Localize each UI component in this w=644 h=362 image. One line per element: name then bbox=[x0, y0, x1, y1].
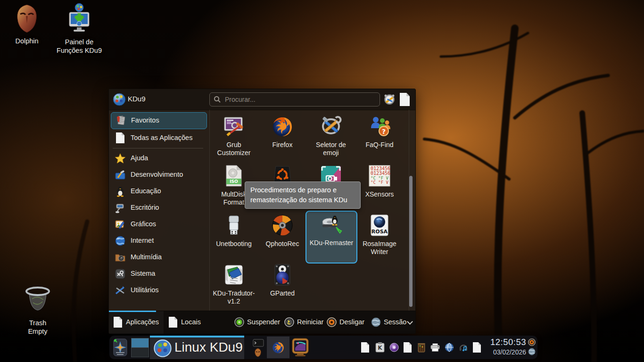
tab-locais[interactable]: Locais bbox=[169, 311, 206, 334]
app-tile-rosaimage-writer[interactable]: ROSA RosaImage Writer bbox=[356, 213, 403, 262]
app-tile-xsensors[interactable]: 0123456 0123456 °C °F V °C °F V XSensors bbox=[356, 163, 403, 212]
sidebar-item-multimidia[interactable]: Multimídia bbox=[111, 249, 206, 265]
app-label: Seletor de emoji bbox=[307, 141, 355, 157]
sidebar-item-internet[interactable]: Internet bbox=[111, 233, 206, 249]
alarm-tools-icon[interactable] bbox=[383, 93, 396, 106]
app-tile-grub-customizer[interactable]: Grub Customizer bbox=[210, 114, 257, 163]
desktop-icon-painel-kdu9[interactable]: Painel de Funções KDu9 bbox=[56, 3, 103, 55]
svg-text:?: ? bbox=[382, 128, 386, 135]
svg-text:K: K bbox=[378, 345, 382, 351]
dolphin-mask-icon bbox=[13, 4, 41, 33]
sidebar-item-label: Escritório bbox=[131, 204, 159, 211]
sidebar-separator bbox=[113, 148, 203, 148]
globe-icon bbox=[115, 235, 126, 247]
app-label: FaQ-Find bbox=[356, 141, 403, 149]
tv-media-icon[interactable] bbox=[291, 337, 309, 357]
active-task-indicator bbox=[150, 336, 244, 337]
tux-penguin-icon bbox=[115, 186, 126, 197]
sidebar-item-label: Multimídia bbox=[131, 253, 162, 261]
taskbar: Linux KDu9 K bbox=[109, 336, 537, 359]
shutdown-button[interactable]: Desligar bbox=[327, 311, 368, 334]
search-input[interactable] bbox=[224, 94, 377, 105]
gear-tools-icon bbox=[115, 268, 126, 280]
tab-aplicacoes[interactable]: Aplicações bbox=[114, 311, 164, 334]
pager-desktop-2[interactable] bbox=[131, 347, 149, 357]
headphones-music-icon[interactable] bbox=[459, 342, 468, 353]
sidebar-item-utilitarios[interactable]: Utilitários bbox=[111, 282, 206, 298]
app-tile-kdu-tradutor[interactable]: KDu-Tradutor-v1.2 bbox=[210, 262, 257, 311]
sidebar-item-escritorio[interactable]: Escritório bbox=[111, 200, 206, 216]
app-label: KDu-Tradutor-v1.2 bbox=[210, 289, 257, 305]
desktop-icon-dolphin[interactable]: Dolphin bbox=[6, 4, 48, 45]
session-globe-icon[interactable] bbox=[528, 348, 536, 355]
sidebar-item-label: Gráficos bbox=[131, 220, 156, 228]
hammer-wrench-icon bbox=[320, 115, 342, 138]
sidebar-item-label: Ajuda bbox=[131, 154, 148, 162]
sidebar-item-ajuda[interactable]: Ajuda bbox=[111, 150, 206, 166]
app-tile-seletor-de-emoji[interactable]: Seletor de emoji bbox=[307, 114, 355, 163]
document-icon[interactable] bbox=[400, 93, 410, 106]
star-launcher-icon[interactable] bbox=[113, 338, 127, 357]
suspend-button[interactable]: Suspender bbox=[234, 311, 281, 334]
scrollbar[interactable] bbox=[409, 111, 413, 311]
sidebar-item-label: Todas as Aplicações bbox=[131, 134, 192, 141]
sidebar-item-graficos[interactable]: Gráficos bbox=[111, 216, 206, 232]
menu-bottom-bar: Aplicações Locais Suspender Reiniciar bbox=[109, 311, 415, 334]
document-icon[interactable] bbox=[473, 342, 481, 353]
restart-orb-icon bbox=[284, 317, 294, 327]
books-translator-icon bbox=[223, 263, 245, 286]
digital-clock[interactable]: 12:50:53 03/02/2026 bbox=[487, 338, 526, 355]
document-icon bbox=[169, 317, 177, 328]
projector-icon bbox=[115, 202, 126, 214]
sidebar-item-sistema[interactable]: Sistema bbox=[111, 266, 206, 282]
session-button-label: Suspender bbox=[247, 318, 280, 326]
desktop-icon-trash[interactable]: Trash Empty bbox=[18, 285, 58, 336]
usb-stick-icon bbox=[223, 214, 245, 237]
desktop-root: { "colors": { "accent": "#3daee9", "menu… bbox=[0, 0, 644, 362]
app-label: GParted bbox=[259, 289, 306, 297]
search-box[interactable] bbox=[209, 92, 380, 107]
restart-button[interactable]: Reiniciar bbox=[284, 311, 327, 334]
app-tile-unetbooting[interactable]: Unetbooting bbox=[210, 213, 257, 262]
virtual-desktop-pager[interactable] bbox=[131, 338, 149, 357]
tab-label: Aplicações bbox=[126, 318, 159, 326]
document-icon[interactable] bbox=[404, 342, 412, 353]
task-button-linux-kdu9[interactable]: Linux KDu9 bbox=[150, 336, 244, 359]
svg-text:0123456: 0123456 bbox=[371, 171, 390, 176]
bookmark-icon bbox=[115, 115, 126, 126]
pager-desktop-1-active[interactable] bbox=[131, 338, 149, 348]
network-globe-icon[interactable] bbox=[445, 342, 454, 353]
scrollbar-thumb[interactable] bbox=[409, 176, 413, 307]
sidebar-item-todas-as-aplicacoes[interactable]: Todas as Aplicações bbox=[111, 130, 206, 146]
app-tile-firefox[interactable]: Firefox bbox=[259, 114, 306, 163]
purple-orb-icon[interactable] bbox=[389, 342, 399, 353]
iso-file-icon: ISO bbox=[223, 165, 245, 187]
sidebar-item-label: Favoritos bbox=[131, 116, 159, 124]
empty-trash-basket-icon bbox=[23, 285, 53, 315]
app-tile-faq-find[interactable]: ? FaQ-Find bbox=[356, 114, 403, 163]
picture-pen-icon bbox=[115, 219, 126, 230]
terminal-icon[interactable] bbox=[253, 339, 264, 347]
printer-icon[interactable] bbox=[430, 342, 440, 353]
app-tile-gparted[interactable]: GParted bbox=[259, 262, 306, 311]
session-globe-icon bbox=[371, 317, 381, 327]
sidebar-item-label: Internet bbox=[131, 237, 154, 244]
clock-time: 12:50:53 bbox=[487, 338, 526, 347]
sidebar-item-desenvolvimento[interactable]: Desenvolvimento bbox=[111, 167, 206, 183]
sidebar-divider bbox=[209, 110, 210, 311]
app-tile-kdu-remaster[interactable]: KDu-Remaster bbox=[305, 211, 357, 263]
digital-sensors-icon: 0123456 0123456 °C °F V °C °F V bbox=[368, 165, 391, 187]
klipper-clipboard-icon[interactable]: K bbox=[375, 342, 385, 353]
sidebar-item-favoritos[interactable]: Favoritos bbox=[111, 112, 207, 129]
green-power-orb-icon bbox=[234, 317, 244, 327]
svg-text:°C °F V: °C °F V bbox=[371, 180, 389, 185]
session-button[interactable]: Sessão bbox=[371, 311, 416, 334]
orange-power-orb-icon[interactable] bbox=[528, 338, 536, 346]
app-tile-qphotorec[interactable]: QphotoRec bbox=[259, 213, 306, 262]
document-icon[interactable] bbox=[361, 342, 369, 353]
application-menu: KDu9 Favoritos Todas as Aplicaçõ bbox=[108, 89, 416, 334]
trash-full-icon[interactable] bbox=[417, 342, 426, 353]
firefox-task-tile[interactable] bbox=[267, 337, 289, 358]
sidebar-item-educacao[interactable]: Educação bbox=[111, 183, 206, 199]
fox-mask-icon[interactable] bbox=[254, 348, 262, 357]
